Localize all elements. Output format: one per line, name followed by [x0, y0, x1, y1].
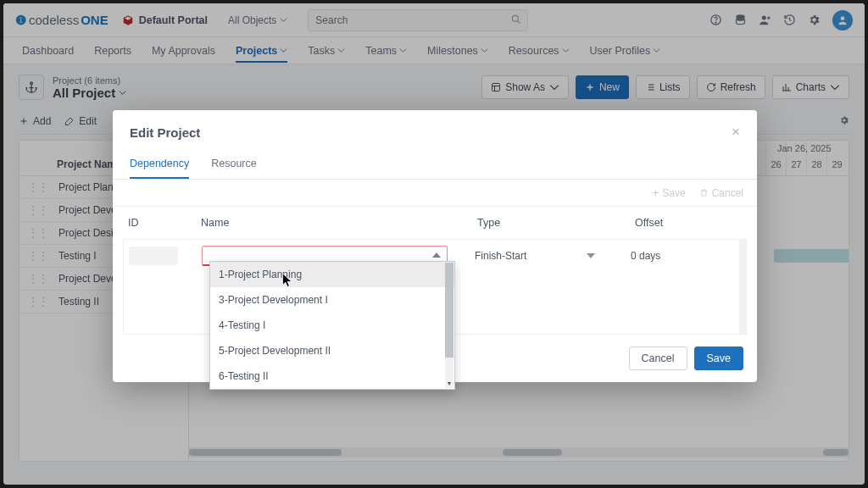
- col-name: Name: [201, 217, 477, 229]
- col-id: ID: [128, 217, 201, 229]
- dropdown-option[interactable]: 6-Testing II: [210, 363, 454, 389]
- cancel-button[interactable]: Cancel: [629, 347, 687, 370]
- dropdown-option[interactable]: 5-Project Development II: [210, 338, 454, 363]
- dropdown-option[interactable]: 1-Project Planning: [210, 262, 454, 287]
- type-dropdown[interactable]: Finish-Start: [475, 250, 610, 262]
- tab-resource[interactable]: Resource: [211, 149, 257, 179]
- dropdown-option[interactable]: 4-Testing I: [210, 313, 454, 338]
- dropdown-scroll-thumb[interactable]: [445, 263, 453, 358]
- vertical-scrollbar[interactable]: [739, 240, 746, 335]
- chevron-up-icon: [432, 252, 441, 258]
- inline-cancel-button: Cancel: [699, 187, 743, 199]
- cursor-icon: [281, 272, 294, 289]
- close-icon[interactable]: ×: [732, 124, 740, 141]
- scroll-down-icon[interactable]: ▾: [445, 380, 453, 388]
- inline-save-button: +Save: [653, 186, 686, 199]
- dropdown-option[interactable]: 3-Project Development I: [210, 287, 454, 313]
- name-dropdown-list: 1-Project Planning3-Project Development …: [209, 261, 455, 390]
- dropdown-scrollbar[interactable]: ▾: [445, 263, 453, 388]
- inline-save-label: Save: [662, 187, 685, 199]
- offset-value: 0 days: [631, 250, 660, 262]
- col-offset: Offset: [635, 217, 742, 229]
- col-type: Type: [477, 217, 635, 229]
- id-input[interactable]: [129, 247, 178, 265]
- tab-dependency[interactable]: Dependency: [130, 149, 189, 179]
- trash-icon: [699, 188, 709, 197]
- modal-title: Edit Project: [130, 125, 200, 140]
- save-button[interactable]: Save: [694, 347, 744, 370]
- type-value: Finish-Start: [475, 250, 526, 262]
- inline-cancel-label: Cancel: [712, 187, 743, 199]
- chevron-down-icon: [587, 253, 595, 258]
